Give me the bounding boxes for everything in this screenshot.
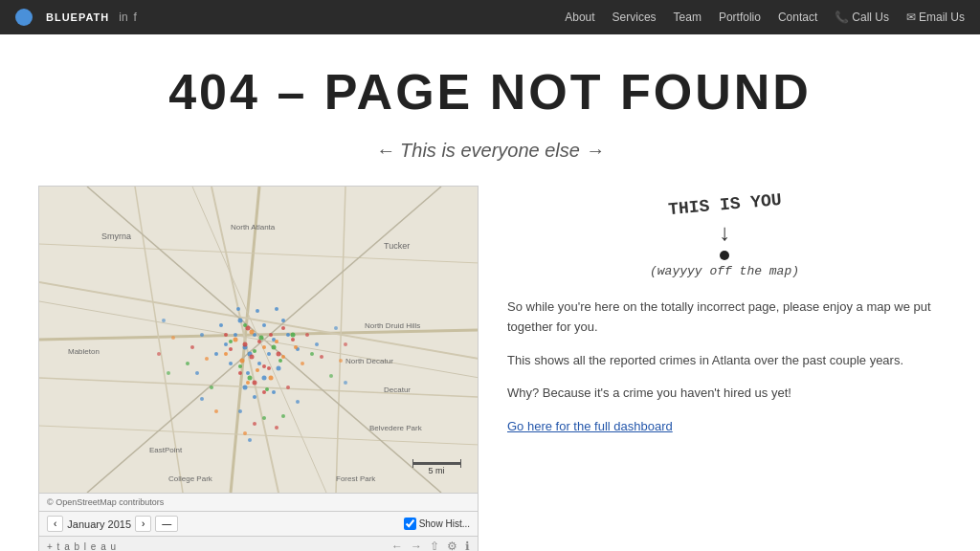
social-icons: in f xyxy=(119,11,137,24)
svg-point-39 xyxy=(229,362,233,365)
svg-point-110 xyxy=(157,352,161,356)
svg-point-93 xyxy=(310,352,314,356)
prev-date-button[interactable]: ‹ xyxy=(47,516,63,532)
svg-point-33 xyxy=(267,352,271,356)
svg-point-94 xyxy=(301,362,304,365)
svg-point-34 xyxy=(277,366,281,371)
map-credit: © OpenStreetMap contributors xyxy=(47,497,164,507)
nav-contact[interactable]: Contact xyxy=(778,11,817,24)
nav-about[interactable]: About xyxy=(565,11,594,24)
range-button[interactable]: — xyxy=(155,516,178,532)
map-controls-bar: ‹ January 2015 › — Show Hist... xyxy=(39,511,478,536)
nav-team[interactable]: Team xyxy=(674,11,702,24)
description-2: This shows all the reported crimes in At… xyxy=(507,351,942,371)
svg-point-85 xyxy=(291,333,296,338)
svg-point-52 xyxy=(250,355,255,360)
map-inner: Smyrna Tucker Mableton North Druid Hills… xyxy=(39,187,479,493)
svg-point-87 xyxy=(190,345,194,349)
facebook-icon[interactable]: f xyxy=(134,11,137,24)
svg-point-56 xyxy=(262,364,266,368)
svg-point-55 xyxy=(277,352,281,357)
svg-point-62 xyxy=(224,333,228,337)
svg-point-32 xyxy=(234,333,237,337)
nav-email[interactable]: ✉ Email Us xyxy=(906,11,965,24)
svg-point-92 xyxy=(315,342,319,346)
svg-text:North Atlanta: North Atlanta xyxy=(231,223,276,231)
tableau-logo: + t a b l e a u xyxy=(47,541,117,552)
show-hist-checkbox[interactable] xyxy=(404,518,416,530)
svg-point-114 xyxy=(339,359,343,363)
svg-point-91 xyxy=(305,333,309,337)
svg-point-63 xyxy=(281,326,285,330)
svg-point-74 xyxy=(224,352,228,356)
right-panel: THIS IS YOU ↓ (wayyyy off the map) So wh… xyxy=(507,186,942,451)
brand-icon xyxy=(15,9,33,26)
phone-icon: 📞 xyxy=(835,11,849,24)
svg-point-44 xyxy=(243,386,248,390)
show-hist-toggle[interactable]: Show Hist... xyxy=(404,518,470,530)
brand-name: BLUEPATH xyxy=(46,11,109,23)
svg-rect-119 xyxy=(460,459,461,468)
next-date-button[interactable]: › xyxy=(135,516,151,532)
svg-point-68 xyxy=(275,340,278,343)
arrow-down-icon: ↓ xyxy=(507,221,942,247)
svg-point-112 xyxy=(334,326,338,330)
svg-point-67 xyxy=(240,359,245,364)
nav-services[interactable]: Services xyxy=(612,11,657,24)
svg-point-53 xyxy=(269,333,273,337)
svg-point-47 xyxy=(236,307,240,311)
tableau-nav-prev[interactable]: ← xyxy=(391,540,403,551)
nav-call[interactable]: 📞 Call Us xyxy=(835,11,889,24)
tableau-nav-next[interactable]: → xyxy=(411,540,422,551)
svg-text:Tucker: Tucker xyxy=(384,241,410,251)
full-dashboard-link[interactable]: Go here for the full dashboard xyxy=(507,419,673,433)
linkedin-icon[interactable]: in xyxy=(119,11,127,24)
svg-point-111 xyxy=(167,371,170,375)
svg-point-66 xyxy=(262,345,266,349)
map-container: Smyrna Tucker Mableton North Druid Hills… xyxy=(38,186,479,551)
wayyyy-text: (wayyyy off the map) xyxy=(507,264,942,278)
nav-portfolio[interactable]: Portfolio xyxy=(719,11,761,24)
svg-point-71 xyxy=(281,355,285,359)
svg-point-100 xyxy=(248,438,252,442)
svg-point-106 xyxy=(296,400,300,404)
svg-point-37 xyxy=(246,371,250,375)
svg-point-82 xyxy=(248,376,253,381)
svg-text:Smyrna: Smyrna xyxy=(101,231,131,241)
svg-point-103 xyxy=(200,397,204,401)
svg-point-113 xyxy=(344,342,347,346)
svg-point-72 xyxy=(246,381,250,385)
svg-point-116 xyxy=(344,381,347,385)
date-controls: ‹ January 2015 › — xyxy=(47,516,178,532)
description-1: So while you're here on the totally inco… xyxy=(507,298,942,338)
svg-point-86 xyxy=(200,333,204,337)
tableau-nav-settings[interactable]: ⚙ xyxy=(447,540,457,551)
svg-point-58 xyxy=(291,338,295,342)
svg-text:North Druid Hills: North Druid Hills xyxy=(365,321,420,330)
svg-text:5 mi: 5 mi xyxy=(428,466,444,475)
subtitle: ← This is everyone else → xyxy=(38,140,942,162)
svg-point-64 xyxy=(262,390,266,394)
map-footer: © OpenStreetMap contributors xyxy=(39,493,478,511)
svg-point-101 xyxy=(275,426,278,430)
description-3: Why? Because it's a crime you haven't hi… xyxy=(507,384,942,404)
svg-point-89 xyxy=(186,362,189,365)
svg-point-41 xyxy=(281,319,285,322)
location-dot xyxy=(720,251,729,260)
svg-point-45 xyxy=(272,390,276,394)
tableau-nav-info[interactable]: ℹ xyxy=(465,540,470,551)
svg-point-79 xyxy=(272,345,277,350)
svg-text:EastPoint: EastPoint xyxy=(149,446,183,454)
svg-point-81 xyxy=(278,359,282,363)
this-is-you-label: THIS IS YOU xyxy=(667,190,782,219)
svg-point-77 xyxy=(259,336,264,341)
svg-point-46 xyxy=(253,395,256,399)
svg-point-109 xyxy=(171,336,175,340)
svg-point-78 xyxy=(253,349,256,353)
svg-point-57 xyxy=(229,347,233,351)
svg-point-65 xyxy=(250,330,255,335)
svg-point-59 xyxy=(243,342,248,347)
svg-point-31 xyxy=(257,362,261,365)
svg-point-76 xyxy=(243,323,247,327)
tableau-nav-share[interactable]: ⇧ xyxy=(430,540,439,551)
